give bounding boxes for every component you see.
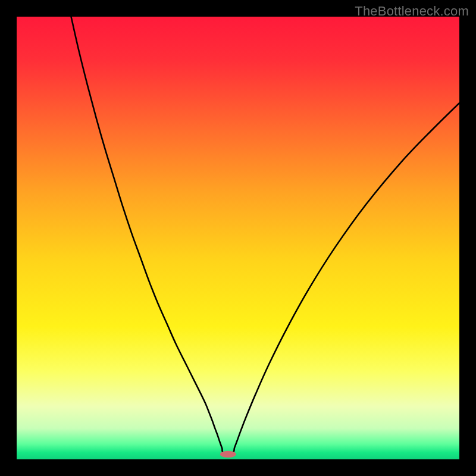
- chart-svg: [17, 17, 459, 459]
- minimum-marker: [220, 451, 236, 458]
- plot-area: [17, 17, 459, 459]
- gradient-background: [17, 17, 459, 459]
- chart-frame: TheBottleneck.com: [0, 0, 476, 476]
